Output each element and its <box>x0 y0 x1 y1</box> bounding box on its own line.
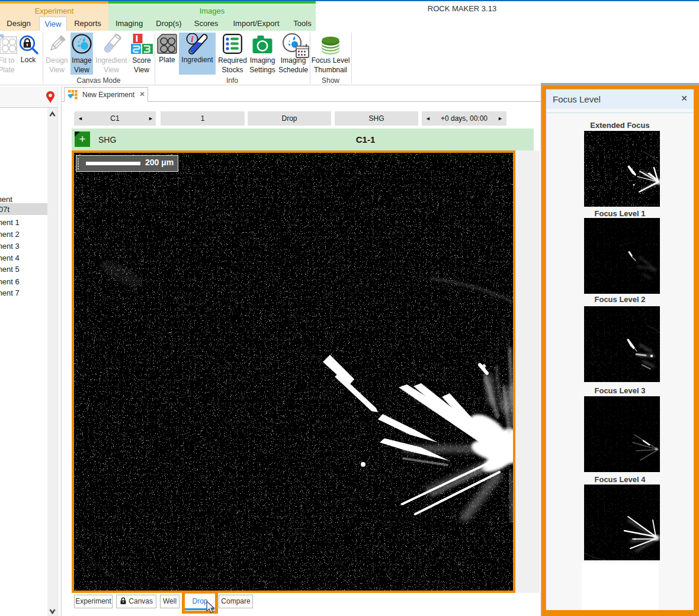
svg-text:i: i <box>191 35 194 44</box>
